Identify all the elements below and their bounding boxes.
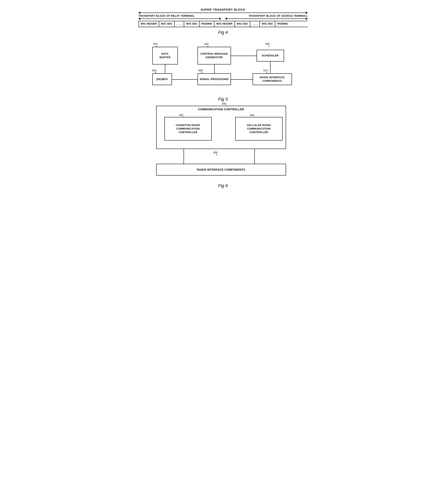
super-transport-block: SUPER TRANSPORT BLOCK [138,8,308,14]
fig4-label: Fig 4 [138,30,308,35]
source-terminal-label: TRANSPORT BLOCK OF SOURCE TERMINAL [249,14,308,17]
mac-header-2: MAC HEADER [214,21,235,27]
padding-2: PADDING [275,21,290,27]
source-arrow [225,18,308,20]
fig6-label: Fig 6 [152,183,294,188]
relay-terminal-block: TRANSPORT BLOCK OF RELAY TERMINAL [138,14,223,20]
radio-interface-fig6-box: RADIO INTERFACE COMPONENTS [156,164,286,176]
conn-signal-radio [231,79,252,80]
fig5-diagram: 504 ↙ 502 ↙ 500 ↙ 506 ↙ 508 ↙ 510 ↙ DATA… [148,39,298,94]
data-buffer-box: DATABUFFER [152,47,178,64]
mac-sdu-1: MAC SDU [159,21,175,27]
transport-blocks-row: TRANSPORT BLOCK OF RELAY TERMINAL TRANSP… [138,14,308,20]
radio-interface-box: RADIO INTERFACECOMPONENTS [252,73,292,85]
mac-header-1: MAC HEADER [139,21,159,27]
scheduler-box: SCHEDULER [256,50,284,62]
cognitive-radio-box: COGNITIVE RADIOCOMMUNICATIONCONTROLLER [164,117,212,141]
ref-606-curve: ↙ [216,153,218,156]
conn-cognitive-radio [184,149,184,164]
fig5-label: Fig 5 [148,97,298,102]
mac-sdu-3: MAC SDU [235,21,250,27]
fig6-diagram: 600 ↙ COMMUNICATION CONTROLLER 602 ↙ 604… [152,106,294,180]
comm-controller-label: COMMUNICATION CONTROLLER [156,108,286,111]
dots-1: ........ [175,21,184,27]
padding-1: PADDING [199,21,214,27]
demux-box: (DE)MUX [152,73,172,85]
conn-databuffer-demux [165,64,165,73]
conn-ctrl-signal [214,64,215,73]
conn-demux-signal [172,79,197,80]
ref-500-curve: ↙ [268,44,270,47]
mac-sdu-4: MAC SDU [260,21,275,27]
stb-arrow [138,12,308,14]
signal-processing-box: SIGNAL PROCESSING [197,73,231,85]
cellular-radio-box: CELLULAR RADIOCOMMUNICATIONCONTROLLER [235,117,283,141]
relay-terminal-label: TRANSPORT BLOCK OF RELAY TERMINAL [138,14,195,17]
source-terminal-block: TRANSPORT BLOCK OF SOURCE TERMINAL [223,14,308,20]
fig5-container: 504 ↙ 502 ↙ 500 ↙ 506 ↙ 508 ↙ 510 ↙ DATA… [148,39,298,102]
conn-sched-radio [270,62,271,73]
mac-cells-row: MAC HEADER MAC SDU ........ MAC SDU PADD… [138,21,308,27]
conn-ctrl-sched [231,56,256,56]
relay-arrow [138,18,221,20]
comm-controller-box: COMMUNICATION CONTROLLER 602 ↙ 604 ↙ COG… [156,106,286,149]
stb-label: SUPER TRANSPORT BLOCK [138,8,308,11]
dots-2: ........ [250,21,260,27]
fig6-container: 600 ↙ COMMUNICATION CONTROLLER 602 ↙ 604… [152,106,294,188]
ctrl-msg-gen-box: CONTROL MESSAGEGENERATOR [197,47,231,64]
mac-sdu-2: MAC SDU [184,21,199,27]
fig4-container: SUPER TRANSPORT BLOCK TRANSPORT BLOCK OF… [138,8,308,35]
conn-cellular-radio [254,149,255,164]
